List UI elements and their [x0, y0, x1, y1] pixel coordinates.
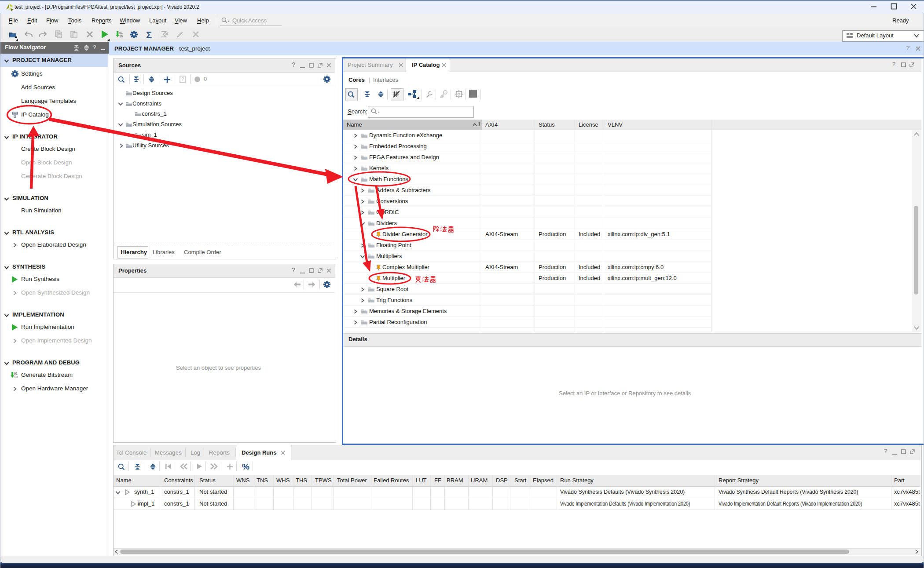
svg-text:10: 10: [14, 375, 18, 379]
svg-text:10: 10: [119, 35, 123, 38]
svg-text:01: 01: [14, 372, 18, 375]
svg-text:?: ?: [181, 77, 184, 82]
svg-text:01: 01: [119, 31, 123, 34]
